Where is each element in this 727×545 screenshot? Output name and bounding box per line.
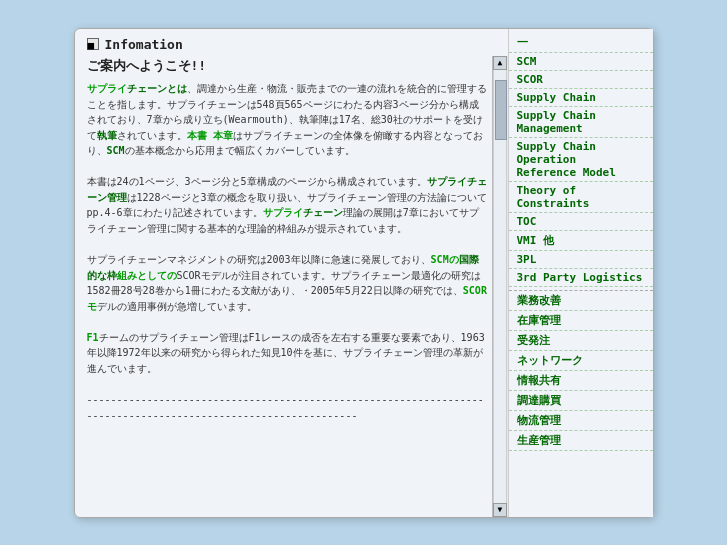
title-icon: ■ — [87, 38, 99, 50]
sidebar-item-scm[interactable]: SCM — [509, 53, 653, 71]
sidebar-item-3rd-party[interactable]: 3rd Party Logistics — [509, 269, 653, 287]
main-window: ■ Infomation ご案内へようこそ!! サプライチェーンとは、調達から生… — [74, 28, 654, 518]
sidebar-item-scor[interactable]: SCOR — [509, 71, 653, 89]
sidebar-item-top[interactable]: 一 — [509, 33, 653, 53]
window-title: Infomation — [105, 37, 183, 52]
scroll-track — [493, 70, 507, 503]
paragraph-4: F1チームのサプライチェーン管理はF1レースの成否を左右する重要な要素であり、1… — [87, 330, 488, 377]
separator-line: ----------------------------------------… — [87, 392, 488, 423]
content-heading: ご案内へようこそ!! — [87, 56, 488, 76]
sidebar-item-supply-chain-mgmt[interactable]: Supply ChainManagement — [509, 107, 653, 138]
sidebar-item-joho[interactable]: 情報共有 — [509, 371, 653, 391]
sidebar-item-toc[interactable]: TOC — [509, 213, 653, 231]
content-wrapper: ご案内へようこそ!! サプライチェーンとは、調達から生産・物流・販売までの一連の… — [75, 56, 508, 517]
paragraph-2: 本書は24の1ページ、3ページ分と5章構成のページから構成されています。サプライ… — [87, 174, 488, 236]
sidebar-item-seisan[interactable]: 生産管理 — [509, 431, 653, 451]
sidebar-item-juhatchu[interactable]: 受発注 — [509, 331, 653, 351]
sidebar-item-vmi[interactable]: VMI 他 — [509, 231, 653, 251]
text-area: ご案内へようこそ!! サプライチェーンとは、調達から生産・物流・販売までの一連の… — [87, 56, 492, 517]
sidebar-item-buturyu[interactable]: 物流管理 — [509, 411, 653, 431]
sidebar-item-scorm[interactable]: Supply ChainOperationReference Model — [509, 138, 653, 182]
paragraph-1: サプライチェーンとは、調達から生産・物流・販売までの一連の流れを統合的に管理する… — [87, 81, 488, 159]
sidebar: 一 SCM SCOR Supply Chain Supply ChainMana… — [508, 29, 653, 517]
scroll-up-button[interactable]: ▲ — [493, 56, 507, 70]
sidebar-item-3pl[interactable]: 3PL — [509, 251, 653, 269]
scroll-thumb[interactable] — [495, 80, 507, 140]
scroll-down-button[interactable]: ▼ — [493, 503, 507, 517]
scrollbar: ▲ ▼ — [492, 56, 508, 517]
sidebar-item-network[interactable]: ネットワーク — [509, 351, 653, 371]
paragraph-3: サプライチェーンマネジメントの研究は2003年以降に急速に発展しており、SCMの… — [87, 252, 488, 314]
sidebar-item-zaiko[interactable]: 在庫管理 — [509, 311, 653, 331]
title-bar: ■ Infomation — [75, 29, 508, 56]
sidebar-item-gyomu[interactable]: 業務改善 — [509, 291, 653, 311]
sidebar-item-choutatu[interactable]: 調達購買 — [509, 391, 653, 411]
sidebar-item-supply-chain[interactable]: Supply Chain — [509, 89, 653, 107]
main-area: ■ Infomation ご案内へようこそ!! サプライチェーンとは、調達から生… — [75, 29, 508, 517]
sidebar-item-toc-theory[interactable]: Theory ofConstraints — [509, 182, 653, 213]
